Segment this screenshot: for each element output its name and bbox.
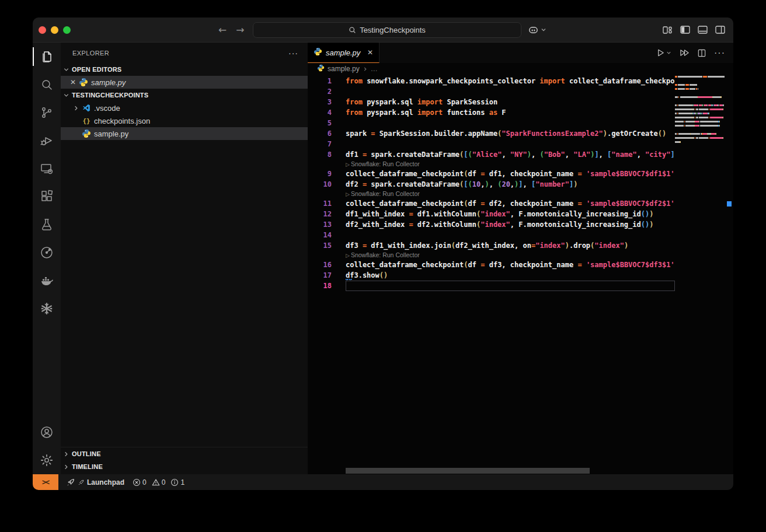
horizontal-scrollbar[interactable]	[346, 468, 590, 474]
code-line-18[interactable]: 18	[308, 281, 733, 291]
activity-bar-item-testing[interactable]	[33, 211, 61, 239]
breadcrumb[interactable]: sample.py …	[308, 63, 733, 75]
code-line-8[interactable]: 8df1 = spark.createDataFrame([("Alice", …	[308, 149, 733, 160]
code-line-13[interactable]: 13df2_with_index = df2.withColumn("index…	[308, 219, 733, 230]
code-line-4[interactable]: 4from pyspark.sql import functions as F	[308, 107, 733, 118]
line-content[interactable]: from pyspark.sql import SparkSession	[346, 97, 675, 107]
code-line-1[interactable]: 1from snowflake.snowpark_checkpoints_col…	[308, 76, 733, 86]
line-number[interactable]: 18	[308, 281, 346, 291]
tree-item-sample.py[interactable]: sample.py	[61, 127, 308, 140]
code-line-15[interactable]: 15df3 = df1_with_index.join(df2_with_ind…	[308, 240, 733, 251]
activity-bar-item-search[interactable]	[33, 71, 61, 99]
navigate-back-icon[interactable]: ←	[218, 24, 227, 36]
code-line-6[interactable]: 6spark = SparkSession.builder.appName("S…	[308, 128, 733, 139]
line-number[interactable]: 3	[308, 97, 346, 107]
line-content[interactable]	[346, 86, 675, 97]
line-content[interactable]: df1 = spark.createDataFrame([("Alice", "…	[346, 149, 675, 160]
code-lens-label[interactable]: ▷Snowflake: Run Collector	[346, 190, 420, 197]
remote-indicator[interactable]: ><	[33, 474, 58, 490]
code-line-17[interactable]: 17df3.show()	[308, 270, 733, 281]
line-number[interactable]: 1	[308, 76, 346, 86]
line-number[interactable]: 2	[308, 86, 346, 97]
code-lens[interactable]: ▷Snowflake: Run Collector	[308, 160, 733, 169]
tab-close-icon[interactable]: ✕	[367, 48, 373, 57]
activity-bar-item-docker[interactable]	[33, 267, 61, 295]
line-content[interactable]	[346, 281, 675, 291]
line-number[interactable]: 13	[308, 219, 346, 230]
line-number[interactable]: 11	[308, 198, 346, 209]
code-line-7[interactable]: 7	[308, 139, 733, 149]
line-content[interactable]: from snowflake.snowpark_checkpoints_coll…	[346, 76, 675, 86]
code-lens-label[interactable]: ▷Snowflake: Run Collector	[346, 251, 420, 258]
line-content[interactable]: df2 = spark.createDataFrame([(10,), (20,…	[346, 179, 675, 190]
code-lens[interactable]: ▷Snowflake: Run Collector	[308, 190, 733, 198]
line-number[interactable]: 15	[308, 240, 346, 251]
zoom-window-button[interactable]	[63, 26, 71, 34]
navigate-forward-icon[interactable]: →	[236, 24, 244, 36]
activity-bar-item-extensions[interactable]	[33, 183, 61, 211]
activity-bar-item-snowflake[interactable]	[33, 295, 61, 323]
line-content[interactable]: df3 = df1_with_index.join(df2_with_index…	[346, 240, 675, 251]
line-content[interactable]: collect_dataframe_checkpoint(df = df2, c…	[346, 198, 675, 209]
line-content[interactable]	[346, 118, 675, 128]
activity-bar-item-gitlens[interactable]	[33, 239, 61, 267]
line-number[interactable]: 17	[308, 270, 346, 281]
line-content[interactable]: spark = SparkSession.builder.appName("Sp…	[346, 128, 675, 139]
line-number[interactable]: 7	[308, 139, 346, 149]
breadcrumb-symbol[interactable]: …	[371, 65, 378, 73]
line-number[interactable]: 8	[308, 149, 346, 160]
line-number[interactable]: 9	[308, 169, 346, 179]
minimize-window-button[interactable]	[51, 26, 58, 34]
code-line-12[interactable]: 12df1_with_index = df1.withColumn("index…	[308, 209, 733, 219]
line-content[interactable]: df3.show()	[346, 270, 675, 281]
code-line-11[interactable]: 11collect_dataframe_checkpoint(df = df2,…	[308, 198, 733, 209]
overview-ruler[interactable]	[725, 75, 733, 474]
code-line-9[interactable]: 9collect_dataframe_checkpoint(df = df1, …	[308, 169, 733, 179]
toggle-secondary-sidebar-icon[interactable]	[715, 26, 725, 34]
line-number[interactable]: 16	[308, 260, 346, 270]
line-number[interactable]: 14	[308, 230, 346, 240]
line-content[interactable]: df1_with_index = df1.withColumn("index",…	[346, 209, 675, 219]
launchpad-button[interactable]: Launchpad	[62, 478, 128, 487]
run-all-icon[interactable]	[680, 48, 690, 57]
problems-indicator[interactable]: 0 0 1	[128, 478, 189, 487]
section-header-testingcheckpoints[interactable]: TESTINGCHECKPOINTS	[61, 89, 308, 102]
activity-bar-item-accounts[interactable]	[33, 418, 61, 446]
code-lens[interactable]: ▷Snowflake: Run Collector	[308, 251, 733, 260]
customize-layout-icon[interactable]	[663, 26, 673, 34]
line-content[interactable]	[346, 139, 675, 149]
code-line-2[interactable]: 2	[308, 86, 733, 97]
minimap[interactable]	[675, 76, 725, 474]
line-content[interactable]: df2_with_index = df2.withColumn("index",…	[346, 219, 675, 230]
tab-sample-py[interactable]: sample.py ✕	[308, 43, 379, 63]
explorer-more-actions-icon[interactable]: ···	[288, 48, 298, 58]
activity-bar-item-run-debug[interactable]	[33, 127, 61, 155]
line-content[interactable]: collect_dataframe_checkpoint(df = df1, c…	[346, 169, 675, 179]
code-line-16[interactable]: 16collect_dataframe_checkpoint(df = df3,…	[308, 260, 733, 270]
open-editor-sample.py[interactable]: ✕ sample.py	[61, 76, 308, 89]
activity-bar-item-explorer[interactable]	[33, 43, 61, 71]
line-content[interactable]: from pyspark.sql import functions as F	[346, 107, 675, 118]
line-number[interactable]: 5	[308, 118, 346, 128]
section-header-timeline[interactable]: TIMELINE	[61, 460, 308, 473]
section-header-open-editors[interactable]: OPEN EDITORS	[61, 63, 308, 76]
code-line-14[interactable]: 14	[308, 230, 733, 240]
code-editor[interactable]: 1from snowflake.snowpark_checkpoints_col…	[308, 75, 733, 474]
breadcrumb-file[interactable]: sample.py	[328, 65, 360, 73]
line-content[interactable]: collect_dataframe_checkpoint(df = df3, c…	[346, 260, 675, 270]
section-header-outline[interactable]: OUTLINE	[61, 447, 308, 460]
line-number[interactable]: 10	[308, 179, 346, 190]
line-number[interactable]: 4	[308, 107, 346, 118]
tree-item-checkpoints.json[interactable]: {} checkpoints.json	[61, 114, 308, 127]
line-content[interactable]	[346, 230, 675, 240]
run-python-file-button[interactable]	[656, 48, 671, 57]
close-editor-icon[interactable]: ✕	[68, 78, 78, 86]
activity-bar-item-remote-explorer[interactable]	[33, 155, 61, 183]
split-editor-icon[interactable]	[698, 49, 706, 57]
code-lens-label[interactable]: ▷Snowflake: Run Collector	[346, 160, 420, 167]
activity-bar-item-source-control[interactable]	[33, 99, 61, 127]
line-number[interactable]: 6	[308, 128, 346, 139]
toggle-primary-sidebar-icon[interactable]	[680, 26, 690, 34]
tree-item-.vscode[interactable]: .vscode	[61, 102, 308, 114]
toggle-panel-icon[interactable]	[698, 26, 708, 34]
